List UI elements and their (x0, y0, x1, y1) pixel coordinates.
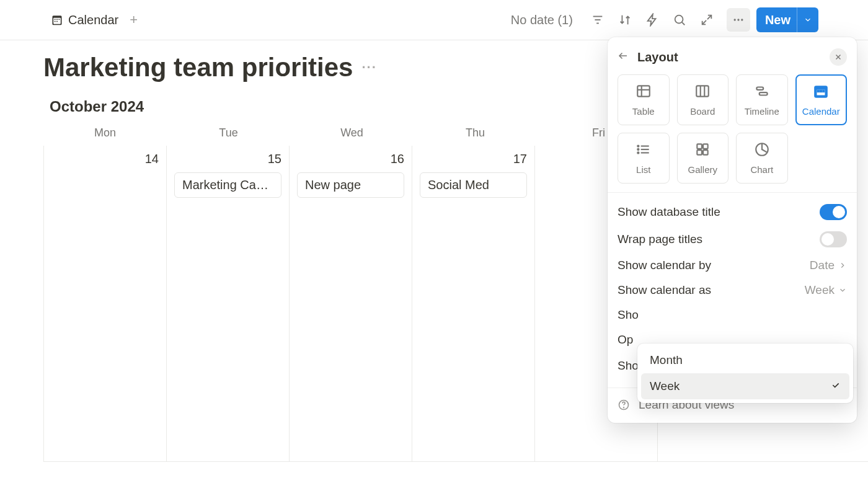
setting-label: Show database title (618, 205, 820, 219)
toggle[interactable] (820, 204, 847, 220)
calendar-cell[interactable]: 17 Social Med (412, 146, 535, 461)
calendar-as-dropdown: Month Week (637, 344, 853, 403)
svg-rect-18 (637, 86, 650, 96)
add-view-button[interactable]: + (130, 12, 138, 28)
toggle[interactable] (820, 231, 847, 247)
svg-point-35 (637, 149, 639, 150)
setting-show-calendar-as[interactable]: Show calendar as Week (618, 283, 847, 297)
layout-option-label: Gallery (688, 164, 717, 175)
more-options-button[interactable] (727, 8, 750, 32)
day-header: Wed (290, 126, 414, 140)
setting-label: Sho (618, 308, 847, 322)
dropdown-option-label: Week (650, 379, 680, 393)
svg-point-10 (675, 16, 683, 24)
calendar-cell[interactable]: 15 Marketing Cam… (167, 146, 290, 461)
layout-option-table[interactable]: Table (618, 74, 670, 125)
event-card[interactable]: Marketing Cam… (174, 172, 281, 198)
calendar-cell[interactable]: 14 (44, 146, 167, 461)
setting-label: Wrap page titles (618, 233, 820, 246)
popover-back-button[interactable] (618, 50, 629, 64)
day-header: Thu (414, 126, 537, 140)
svg-rect-1 (53, 18, 61, 24)
page-title-text[interactable]: Marketing team priorities (43, 53, 353, 82)
day-header: Mon (43, 126, 167, 140)
svg-point-36 (637, 152, 639, 153)
chart-icon (754, 141, 770, 159)
svg-rect-29 (820, 91, 822, 92)
view-tab-calendar[interactable]: Calendar (50, 12, 120, 29)
svg-rect-4 (59, 19, 60, 20)
timeline-icon (754, 83, 770, 101)
svg-rect-37 (698, 144, 702, 149)
no-date-filter[interactable]: No date (1) (511, 13, 573, 27)
cell-date: 14 (51, 152, 159, 166)
setting-label: Show calendar as (618, 283, 805, 297)
automations-icon[interactable] (645, 13, 659, 27)
list-icon (636, 141, 652, 159)
popover-close-button[interactable] (830, 48, 847, 66)
view-tab-label: Calendar (68, 13, 118, 27)
setting-partial-sho[interactable]: Sho (618, 308, 847, 322)
setting-show-calendar-by[interactable]: Show calendar by Date (618, 259, 847, 272)
layout-option-list[interactable]: List (618, 133, 670, 184)
svg-rect-21 (697, 86, 709, 96)
layout-option-label: Board (690, 106, 715, 117)
svg-point-14 (741, 19, 743, 20)
layout-option-timeline[interactable]: Timeline (736, 74, 788, 125)
svg-rect-5 (55, 21, 56, 22)
sort-icon[interactable] (618, 13, 632, 27)
event-card[interactable]: New page (297, 172, 404, 198)
check-icon (831, 379, 841, 393)
setting-value: Date (810, 259, 847, 272)
setting-value: Week (805, 283, 847, 297)
svg-rect-3 (56, 19, 58, 20)
layout-option-chart[interactable]: Chart (736, 133, 788, 184)
layout-option-label: Table (632, 106, 655, 117)
expand-icon[interactable] (700, 13, 714, 27)
layout-option-calendar[interactable]: Calendar (795, 74, 848, 125)
new-button-dropdown[interactable] (797, 7, 818, 32)
gallery-icon (694, 141, 711, 159)
layout-option-label: List (636, 164, 650, 175)
dots-icon (732, 14, 745, 26)
svg-point-43 (624, 407, 624, 408)
svg-rect-25 (759, 92, 767, 95)
calendar-icon (813, 83, 829, 101)
dropdown-option-label: Month (650, 353, 683, 367)
cell-date: 17 (420, 152, 527, 166)
month-label: October 2024 (50, 98, 615, 115)
svg-rect-30 (823, 91, 825, 92)
layout-option-gallery[interactable]: Gallery (677, 133, 729, 184)
popover-title: Layout (637, 50, 821, 64)
help-icon (618, 399, 630, 411)
layout-popover: Layout Table Board Timeline Calendar Lis… (608, 37, 857, 423)
chevron-down-icon (804, 16, 812, 24)
svg-rect-38 (703, 144, 708, 149)
setting-show-db-title[interactable]: Show database title (618, 204, 847, 220)
table-icon (636, 83, 652, 101)
cell-date: 15 (174, 152, 281, 166)
svg-rect-24 (756, 87, 763, 90)
new-button-label: New (765, 13, 797, 27)
new-button[interactable]: New (756, 7, 818, 32)
dropdown-option-month[interactable]: Month (641, 347, 849, 373)
search-icon[interactable] (673, 13, 686, 27)
svg-rect-2 (55, 19, 56, 20)
layout-option-label: Chart (750, 164, 773, 175)
setting-wrap-titles[interactable]: Wrap page titles (618, 231, 847, 247)
dropdown-option-week[interactable]: Week (641, 373, 849, 399)
toolbar: Calendar + No date (1) New (0, 0, 868, 40)
chevron-right-icon (838, 261, 847, 270)
svg-line-11 (682, 22, 684, 25)
event-card[interactable]: Social Med (420, 172, 527, 198)
calendar-cell[interactable]: 16 New page (290, 146, 412, 461)
filter-icon[interactable] (591, 13, 604, 27)
layout-option-board[interactable]: Board (677, 74, 729, 125)
cell-date: 16 (297, 152, 404, 166)
title-more-icon[interactable]: ··· (361, 60, 376, 76)
svg-rect-40 (703, 150, 708, 155)
board-icon (694, 83, 711, 101)
svg-rect-39 (698, 150, 702, 155)
calendar-icon (51, 14, 63, 26)
svg-point-13 (737, 19, 739, 20)
